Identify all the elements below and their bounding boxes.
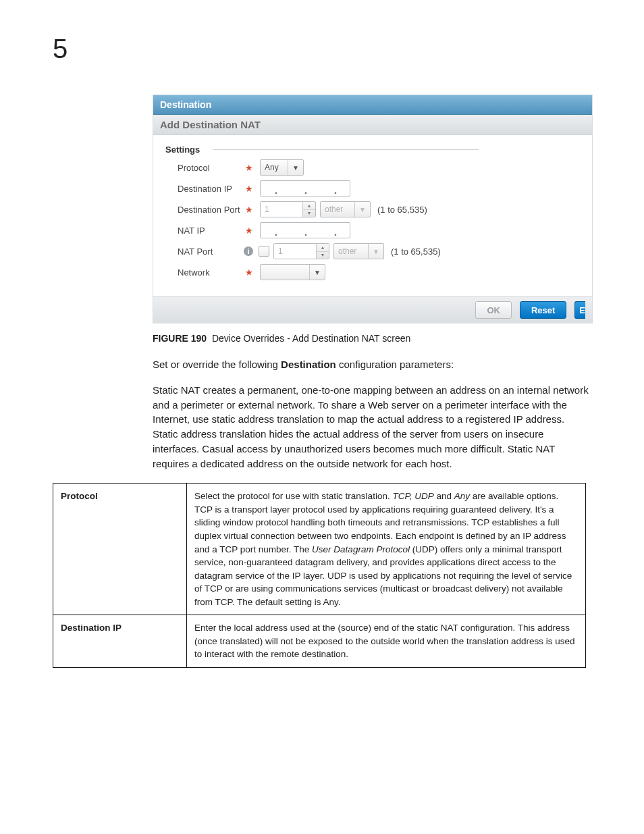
destination-port-unit-select[interactable]: other ▼: [320, 201, 371, 217]
spinner-down-icon[interactable]: ▼: [317, 252, 329, 259]
nat-port-unit-select[interactable]: other ▼: [333, 243, 384, 259]
required-icon: ★: [244, 183, 254, 194]
nat-port-unit-value: other: [334, 246, 368, 256]
protocol-select-value: Any: [261, 163, 288, 172]
chapter-number: 5: [53, 34, 68, 64]
nat-port-value: 1: [274, 244, 316, 259]
term-protocol: Protocol: [53, 484, 187, 615]
dialog-footer: OK Reset E: [153, 296, 592, 323]
required-icon: ★: [244, 267, 254, 278]
chevron-down-icon: ▼: [288, 160, 303, 175]
chevron-down-icon: ▼: [368, 244, 383, 259]
fieldset-divider: [213, 149, 479, 150]
label-destination-port: Destination Port: [178, 205, 244, 215]
destination-port-hint: (1 to 65,535): [377, 205, 427, 215]
chevron-down-icon: ▼: [309, 265, 325, 280]
figure-label: FIGURE 190: [153, 333, 207, 344]
figure-caption: FIGURE 190 Device Overrides - Add Destin…: [153, 333, 591, 344]
static-nat-paragraph: Static NAT creates a permanent, one-to-o…: [153, 383, 591, 471]
add-destination-nat-screenshot: Destination Add Destination NAT Settings…: [153, 95, 593, 323]
destination-port-unit-value: other: [321, 205, 354, 214]
exit-button-fragment[interactable]: E: [574, 301, 585, 319]
figure-title: Device Overrides - Add Destination NAT s…: [212, 333, 410, 344]
network-select[interactable]: ▼: [260, 264, 325, 280]
def-protocol: Select the protocol for use with static …: [187, 484, 586, 615]
required-icon: ★: [244, 162, 254, 173]
label-nat-port: NAT Port: [178, 246, 244, 257]
protocol-select[interactable]: Any ▼: [260, 159, 304, 176]
def-destination-ip: Enter the local address used at the (sou…: [187, 615, 586, 668]
required-icon: ★: [244, 225, 254, 236]
info-icon: i: [244, 246, 253, 256]
reset-button[interactable]: Reset: [520, 301, 566, 319]
label-nat-ip: NAT IP: [178, 226, 244, 236]
intro-post: configuration parameters:: [336, 359, 454, 370]
dialog-titlebar: Destination: [153, 95, 592, 115]
chevron-down-icon: ▼: [354, 202, 370, 217]
required-icon: ★: [244, 204, 254, 215]
row-nat-ip: NAT IP ★ ...: [178, 221, 580, 239]
ok-button[interactable]: OK: [475, 301, 512, 319]
label-network: Network: [178, 267, 244, 278]
row-network: Network ★ ▼: [178, 263, 580, 281]
row-destination-port: Destination Port ★ 1 ▲▼ other ▼ (1 to 65…: [178, 201, 580, 218]
nat-port-spinner[interactable]: 1 ▲▼: [273, 243, 329, 259]
label-protocol: Protocol: [178, 163, 244, 173]
term-destination-ip: Destination IP: [53, 615, 187, 668]
nat-port-hint: (1 to 65,535): [391, 246, 441, 257]
row-nat-port: NAT Port i 1 ▲▼ other ▼ (1 to 65,535): [178, 242, 580, 260]
spinner-up-icon[interactable]: ▲: [317, 244, 329, 252]
spinner-up-icon[interactable]: ▲: [303, 202, 315, 210]
row-destination-ip: Destination IP ★ ...: [178, 180, 580, 197]
table-row: Protocol Select the protocol for use wit…: [53, 484, 586, 615]
definition-table: Protocol Select the protocol for use wit…: [53, 483, 586, 668]
nat-ip-input[interactable]: ...: [260, 222, 350, 238]
label-destination-ip: Destination IP: [178, 184, 244, 194]
intro-pre: Set or override the following: [153, 359, 281, 370]
destination-port-spinner[interactable]: 1 ▲▼: [260, 201, 316, 217]
nat-port-checkbox[interactable]: [259, 246, 269, 257]
spinner-down-icon[interactable]: ▼: [303, 210, 315, 217]
body-text: Set or override the following Destinatio…: [153, 357, 591, 471]
row-protocol: Protocol ★ Any ▼: [178, 159, 580, 176]
destination-ip-input[interactable]: ...: [260, 180, 350, 197]
intro-bold: Destination: [281, 359, 336, 370]
table-row: Destination IP Enter the local address u…: [53, 615, 586, 668]
dialog-subtitle: Add Destination NAT: [153, 115, 592, 135]
settings-fieldset-label: Settings: [165, 145, 204, 155]
destination-port-value: 1: [261, 202, 302, 217]
